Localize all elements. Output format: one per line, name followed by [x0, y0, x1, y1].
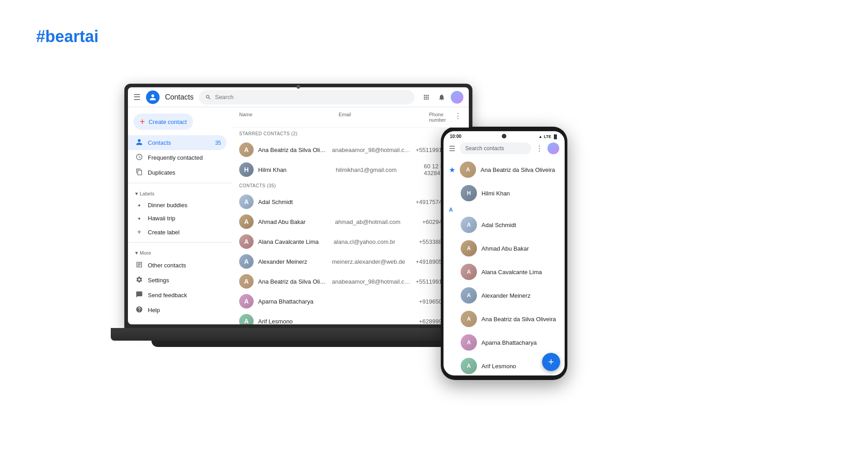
contact-name: Ana Beatriz da Silva Oliveira [258, 147, 327, 153]
phone-header: ☰ Search contacts ⋮ [443, 139, 565, 158]
notification-icon[interactable] [435, 91, 448, 104]
sidebar-item-contacts[interactable]: Contacts 35 [128, 135, 226, 150]
other-contacts-icon [135, 261, 143, 270]
phone-search-placeholder: Search contacts [465, 145, 504, 152]
laptop-screen: ☰ Contacts [124, 84, 472, 328]
contact-row-aparna[interactable]: A Aparna Bhattacharya +919650563162 [232, 291, 469, 311]
contact-email: ahmad_ab@hotmail.com [335, 218, 418, 225]
phone-user-avatar[interactable] [547, 142, 559, 154]
phone-contact-name: Ahmad Abu Bakar [481, 245, 529, 252]
help-icon [135, 306, 143, 314]
phone-search-box[interactable]: Search contacts [460, 142, 531, 154]
contact-row-arif[interactable]: A Arif Lesmono +628999251537 [232, 311, 469, 324]
sidebar-feedback-label: Send feedback [148, 292, 187, 299]
sidebar-settings-label: Settings [148, 277, 169, 284]
sidebar-item-send-feedback[interactable]: Send feedback [128, 288, 226, 303]
settings-icon [135, 276, 143, 285]
phone-contact-name: Alana Cavalcante Lima [481, 269, 542, 276]
phone-contact-name: Hilmi Khan [481, 190, 510, 197]
phone-contact-row-adal[interactable]: A Adal Schmidt [443, 213, 565, 237]
contact-row-hilmi[interactable]: H Hilmi Khan hilmikhan1@gmail.com 60 12 … [232, 160, 469, 180]
user-avatar-header[interactable] [451, 91, 463, 104]
phone-contact-row-alana[interactable]: A Alana Cavalcante Lima [443, 260, 565, 284]
phone-fab-button[interactable]: + [542, 353, 560, 371]
contact-row-ahmad[interactable]: A Ahmad Abu Bakar ahmad_ab@hotmail.com +… [232, 212, 469, 232]
beartai-logo: #beartai [36, 27, 99, 46]
contact-avatar: A [239, 254, 254, 269]
sidebar-item-frequently-contacted[interactable]: Frequently contacted [128, 150, 226, 165]
contact-name: Ana Beatriz da Silva Oliveira [258, 278, 327, 285]
contact-row-ana2[interactable]: A Ana Beatriz da Silva Oliveira anabeaam… [232, 271, 469, 291]
phone-screen: 10:00 ▲ LTE ▐▌ ☰ Search contacts ⋮ [443, 131, 565, 375]
contact-email: anabeaamor_98@hotmail.com... [332, 147, 411, 153]
phone-hamburger-icon[interactable]: ☰ [449, 144, 455, 153]
phone-contact-row-aparna[interactable]: A Aparna Bhattacharya [443, 331, 565, 354]
contact-avatar: A [239, 214, 254, 229]
sidebar-dinner-label: Dinner buddies [148, 202, 187, 209]
sidebar-frequently-label: Frequently contacted [148, 154, 203, 161]
contact-row-ana-starred[interactable]: A Ana Beatriz da Silva Oliveira anabeaam… [232, 140, 469, 160]
contact-row-adal[interactable]: A Adal Schmidt +4917574531121 [232, 192, 469, 212]
sidebar-contacts-label: Contacts [148, 139, 171, 146]
laptop-camera [297, 85, 300, 89]
phone-section-a: A [443, 205, 565, 213]
phone-camera [502, 134, 506, 138]
grid-icon[interactable] [420, 91, 433, 104]
sidebar-item-duplicates[interactable]: Duplicates [128, 165, 226, 180]
contact-row-alexander[interactable]: A Alexander Meinerz meinerz.alexander@we… [232, 252, 469, 271]
phone-contact-row-ana2[interactable]: A Ana Beatriz da Silva Oliveira [443, 307, 565, 331]
contact-avatar: A [239, 142, 254, 157]
sidebar-item-hawaii-trip[interactable]: ● Hawaii trip [128, 212, 226, 225]
sidebar-hawaii-label: Hawaii trip [148, 215, 175, 222]
phone-contacts-list: ★ A Ana Beatriz da Silva Oliveira H Hilm… [443, 158, 565, 375]
main-content: Name Email Phone number ⋮ STARRED CONTAC… [232, 107, 469, 324]
contacts-icon [135, 138, 143, 147]
phone-contact-row-alexander[interactable]: A Alexander Meinerz [443, 284, 565, 307]
sidebar-divider-1 [128, 183, 232, 183]
contact-email: alana.cl@yahoo.com.br [334, 238, 415, 245]
sidebar-item-settings[interactable]: Settings [128, 273, 226, 288]
col-email-header: Email [339, 112, 429, 123]
app-title: Contacts [165, 93, 193, 101]
phone-contact-avatar: A [461, 240, 477, 256]
more-section: ▾ More [128, 245, 232, 258]
phone-more-icon[interactable]: ⋮ [536, 144, 543, 153]
phone-contact-row-ana-starred[interactable]: ★ A Ana Beatriz da Silva Oliveira [443, 158, 565, 181]
phone-time: 10:00 [450, 134, 462, 139]
sidebar-item-create-label[interactable]: + Create label [128, 225, 226, 239]
contact-avatar: A [239, 274, 254, 289]
sidebar-item-dinner-buddies[interactable]: ● Dinner buddies [128, 199, 226, 212]
contact-avatar: H [239, 162, 254, 177]
contacts-section-label: CONTACTS (35) [232, 180, 469, 192]
search-input[interactable] [215, 94, 408, 100]
search-icon [205, 94, 211, 100]
phone-contact-row-ahmad[interactable]: A Ahmad Abu Bakar [443, 237, 565, 260]
content-header: Name Email Phone number ⋮ [232, 107, 469, 128]
contact-name: Hilmi Khan [258, 166, 331, 173]
contact-row-alana[interactable]: A Alana Cavalcante Lima alana.cl@yahoo.c… [232, 232, 469, 252]
create-contact-button[interactable]: + Create contact [133, 114, 193, 130]
more-vert-header[interactable]: ⋮ [454, 112, 462, 123]
phone-contact-row-hilmi[interactable]: H Hilmi Khan [443, 181, 565, 205]
signal-icon: LTE [544, 134, 551, 139]
laptop-screen-inner: ☰ Contacts [128, 87, 469, 324]
phone-contact-avatar: A [461, 264, 477, 280]
sidebar-item-help[interactable]: Help [128, 303, 226, 318]
header-actions [420, 91, 463, 104]
phone-contact-avatar: A [461, 334, 477, 351]
clock-icon [135, 153, 143, 162]
col-phone-header: Phone number [429, 112, 454, 123]
hamburger-icon[interactable]: ☰ [133, 93, 141, 101]
contact-name: Alexander Meinerz [258, 258, 327, 265]
sidebar-help-label: Help [148, 307, 160, 314]
phone-device: 10:00 ▲ LTE ▐▌ ☰ Search contacts ⋮ [441, 127, 567, 380]
sidebar-duplicates-label: Duplicates [148, 169, 175, 176]
sidebar-item-other-contacts[interactable]: Other contacts [128, 258, 226, 273]
contacts-app: ☰ Contacts [128, 87, 469, 324]
sidebar-create-label-label: Create label [148, 229, 179, 236]
contact-name: Alana Cavalcante Lima [258, 238, 329, 245]
battery-icon: ▐▌ [552, 134, 558, 139]
laptop-foot [151, 341, 472, 347]
phone-contact-name: Ana Beatriz da Silva Oliveira [481, 166, 555, 173]
search-bar[interactable] [199, 90, 415, 104]
